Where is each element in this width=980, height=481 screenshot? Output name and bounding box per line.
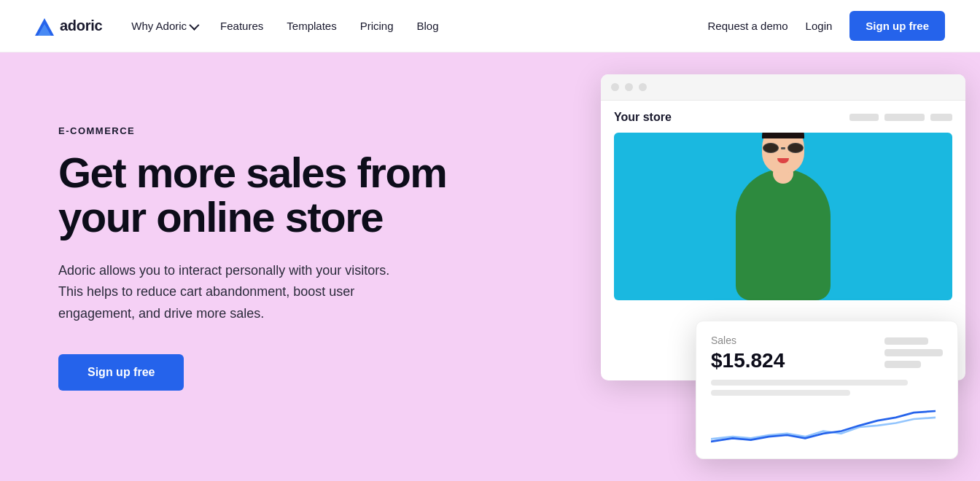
sales-chart	[711, 403, 943, 443]
hero-visual: Your store	[528, 52, 980, 481]
nav-blog[interactable]: Blog	[417, 20, 439, 32]
glass-bridge	[781, 147, 785, 149]
hero-title: Get more sales from your online store	[58, 151, 467, 240]
data-bar-1	[711, 380, 908, 386]
figure-hair	[762, 133, 804, 138]
logo[interactable]: adoric	[35, 17, 102, 36]
chevron-down-icon	[189, 20, 199, 30]
nav-right: Request a demo Login Sign up free	[708, 11, 945, 41]
header-bar-2	[884, 114, 925, 121]
hero-section: E-COMMERCE Get more sales from your onli…	[0, 52, 980, 481]
browser-dot-1	[611, 83, 619, 91]
request-demo-button[interactable]: Request a demo	[708, 20, 788, 32]
nav-pricing[interactable]: Pricing	[360, 20, 394, 32]
analytics-value: $15.824	[711, 349, 785, 372]
store-title: Your store	[614, 111, 672, 124]
hero-description: Adoric allows you to interact personally…	[58, 260, 408, 325]
login-link[interactable]: Login	[806, 20, 833, 32]
store-header-bars	[849, 114, 952, 121]
nav-why-adoric[interactable]: Why Adoric	[131, 20, 197, 32]
store-title-row: Your store	[614, 111, 952, 124]
signup-button[interactable]: Sign up free	[849, 11, 945, 41]
figure-body	[736, 169, 831, 300]
figure-sunglasses	[763, 143, 804, 153]
data-bar-2	[711, 390, 850, 396]
analytics-bar-c	[884, 361, 921, 368]
analytics-bar-a	[884, 337, 928, 345]
browser-dot-3	[639, 83, 647, 91]
header-bar-3	[930, 114, 952, 121]
hero-content: E-COMMERCE Get more sales from your onli…	[58, 111, 467, 391]
logo-text: adoric	[60, 17, 102, 34]
header-bar-1	[849, 114, 879, 121]
store-body: Your store	[601, 101, 965, 300]
hero-cta-button[interactable]: Sign up free	[58, 354, 184, 391]
glass-left	[763, 143, 779, 153]
fashion-figure	[614, 133, 952, 300]
analytics-data-bars	[711, 380, 943, 396]
hero-eyebrow: E-COMMERCE	[58, 125, 467, 136]
nav-features[interactable]: Features	[220, 20, 263, 32]
analytics-card: Sales $15.824	[696, 321, 958, 459]
analytics-label: Sales	[711, 335, 785, 346]
nav-links: Why Adoric Features Templates Pricing Bl…	[131, 20, 707, 32]
glass-right	[788, 143, 804, 153]
browser-chrome	[601, 74, 965, 101]
navbar: adoric Why Adoric Features Templates Pri…	[0, 0, 980, 52]
analytics-bar-b	[884, 349, 943, 356]
store-product-image	[614, 133, 952, 300]
nav-templates[interactable]: Templates	[287, 20, 336, 32]
browser-dot-2	[625, 83, 633, 91]
